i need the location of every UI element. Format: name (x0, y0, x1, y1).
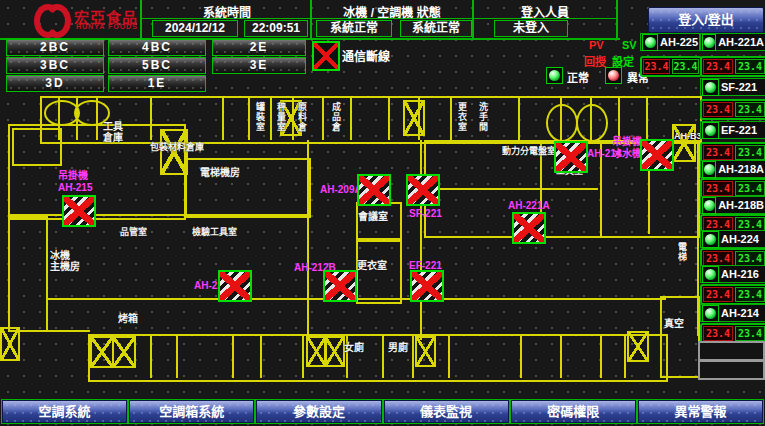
nav-button-3[interactable]: 參數設定 (256, 400, 381, 423)
pv-value: 23.4 (643, 59, 670, 74)
device-label-ah-209a: AH-209A (320, 184, 362, 196)
room-label-0: 工具 倉庫 (103, 121, 123, 143)
device-disconnect-icon-1[interactable] (357, 174, 391, 206)
stairs-icon (415, 336, 436, 367)
wall-line (8, 216, 48, 332)
equipment-name: AH-225 (660, 36, 698, 48)
equipment-item-ah-218b[interactable]: AH-218B (700, 196, 765, 214)
nav-button-5[interactable]: 密碼權限 (511, 400, 636, 423)
room-label-8: AH-B3 (674, 132, 702, 142)
device-disconnect-icon-7[interactable] (512, 212, 546, 244)
equipment-item-ah-225[interactable]: AH-225 (640, 33, 700, 51)
device-disconnect-icon-3[interactable] (323, 270, 357, 302)
equipment-item-ah-216[interactable]: AH-216 (700, 265, 765, 283)
stairs-icon (0, 327, 20, 361)
equipment-item-sf-221[interactable]: SF-221 (700, 78, 765, 96)
wall-line (560, 334, 562, 378)
device-disconnect-icon-2[interactable] (406, 174, 440, 206)
room-label-4: 原料倉 (296, 102, 306, 132)
wall-line (697, 140, 699, 336)
wall-line (520, 334, 522, 378)
wall-line (150, 96, 152, 140)
room-label-17: 檢驗工具室 (192, 228, 237, 238)
nav-button-1[interactable]: 空調系統 (2, 400, 127, 423)
room-label-21: 真空 (664, 318, 684, 329)
empty-slot (698, 360, 765, 380)
wall-line (88, 334, 668, 382)
stairs-icon (112, 336, 136, 368)
pv-value: 23.4 (703, 326, 733, 341)
stairs-icon (672, 124, 696, 162)
wall-line (322, 96, 324, 140)
equipment-item-ah-214[interactable]: AH-214 (700, 304, 765, 322)
device-disconnect-icon-5[interactable] (554, 141, 588, 173)
status-led-icon (702, 305, 719, 322)
wall-line (382, 334, 384, 378)
wall-line (270, 96, 272, 140)
device-label-吊掛機-ah-215: 吊掛機 AH-215 (58, 170, 92, 193)
sv-value: 23.4 (735, 287, 765, 302)
wall-line (420, 140, 422, 340)
equipment-item-ah-224[interactable]: AH-224 (700, 230, 765, 248)
pv-value: 23.4 (703, 287, 733, 302)
pv-value: 23.4 (703, 102, 733, 117)
wall-line (222, 96, 224, 140)
wall-line (150, 334, 152, 378)
device-label-吊掛機-冰水機: 吊掛機 冰水機 (612, 136, 642, 159)
stairs-icon (324, 336, 345, 367)
device-disconnect-icon-4[interactable] (410, 270, 444, 302)
equipment-values: 23.423.4 (640, 56, 702, 77)
equipment-name: AH-218B (718, 199, 764, 211)
room-label-13: 更衣室 (357, 260, 387, 271)
status-led-icon (642, 34, 658, 51)
equipment-name: AH-216 (721, 268, 759, 280)
wall-line (232, 334, 234, 378)
status-led-icon (702, 122, 719, 139)
equipment-name: SF-221 (721, 81, 757, 93)
sv-value: 23.4 (735, 181, 765, 196)
status-led-icon (702, 266, 719, 283)
room-label-15: 冰機 主機房 (50, 250, 80, 272)
equipment-values: 23.423.4 (700, 99, 765, 120)
spiral-stair-icon (546, 104, 578, 142)
nav-button-4[interactable]: 儀表監視 (384, 400, 509, 423)
pv-value: 23.4 (703, 181, 733, 196)
room-label-10: 動力分電盤室 (502, 147, 556, 157)
room-label-6: 更衣室 (456, 102, 466, 132)
equipment-item-ah-221a[interactable]: AH-221A (700, 33, 765, 51)
room-label-9: 電梯機房 (200, 167, 240, 178)
device-disconnect-icon-0[interactable] (62, 195, 96, 227)
sv-value: 23.4 (735, 59, 765, 74)
pv-value: 23.4 (703, 251, 733, 266)
sv-value: 23.4 (735, 102, 765, 117)
device-disconnect-icon-6[interactable] (640, 139, 674, 171)
wall-line (12, 128, 62, 166)
wall-line (600, 334, 602, 378)
room-label-12: 會議室 (358, 211, 388, 222)
stairs-icon (627, 331, 649, 362)
equipment-item-ef-221[interactable]: EF-221 (700, 121, 765, 139)
nav-button-2[interactable]: 空調箱系統 (129, 400, 254, 423)
room-label-16: 品管室 (120, 228, 147, 238)
device-disconnect-icon-8[interactable] (218, 270, 252, 302)
sv-value: 23.4 (735, 251, 765, 266)
status-led-icon (702, 231, 719, 248)
device-label-ah-221a: AH-221A (508, 200, 550, 212)
spiral-stair-icon (576, 104, 608, 142)
bottom-nav-bar: 空調系統空調箱系統參數設定儀表監視密碼權限異常警報 (1, 399, 764, 424)
room-label-2: 罐裝室 (254, 102, 264, 132)
status-led-icon (702, 161, 716, 178)
equipment-values: 23.423.4 (700, 284, 765, 305)
wall-line (618, 96, 620, 140)
wall-line (302, 334, 304, 378)
room-label-5: 成品倉 (330, 102, 340, 132)
stairs-icon (403, 100, 425, 136)
equipment-name: AH-214 (721, 307, 759, 319)
wall-line (350, 96, 352, 140)
room-label-3: 秤量室 (275, 102, 285, 132)
wall-line (424, 236, 698, 238)
empty-slot (698, 341, 765, 361)
nav-button-6[interactable]: 異常警報 (638, 400, 763, 423)
equipment-name: EF-221 (721, 124, 757, 136)
equipment-item-ah-218a[interactable]: AH-218A (700, 160, 765, 178)
